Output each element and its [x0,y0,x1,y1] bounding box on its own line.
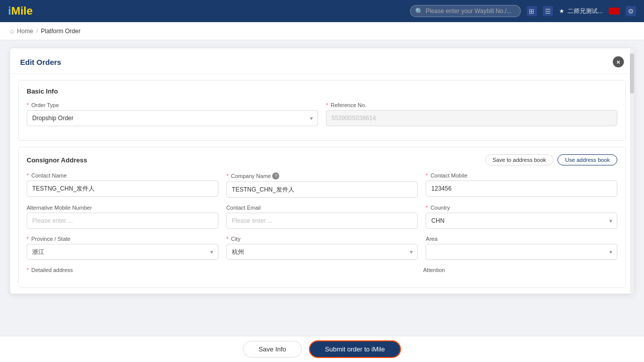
attention-label: Attention [423,267,617,273]
consignor-row-2: Alternative Mobile Number Contact Email … [27,205,617,229]
area-label: Area [426,236,617,242]
country-select[interactable]: CHN [426,213,617,229]
consignor-section: Consignor Address Save to address book U… [18,147,626,288]
search-icon: 🔍 [415,8,423,15]
address-book-buttons: Save to address book Use address book [485,154,617,165]
contact-name-input[interactable] [27,180,218,197]
company-name-help-icon[interactable]: ? [272,172,279,179]
contact-name-required: * [27,172,29,178]
contact-name-group: * Contact Name [27,172,218,198]
reference-required: * [326,102,328,108]
basic-info-title: Basic Info [27,87,617,95]
area-select-wrap: ▼ [426,244,617,260]
country-group: * Country CHN ▼ [426,205,617,229]
city-group: * City 杭州 ▼ [226,236,418,260]
province-required: * [27,236,29,242]
edit-orders-panel: Edit Orders × Basic Info * Order Type Dr… [10,48,634,294]
home-icon: ⌂ [10,27,14,35]
alt-mobile-group: Alternative Mobile Number [27,205,218,229]
main-content: Edit Orders × Basic Info * Order Type Dr… [0,40,644,362]
detailed-address-group: * Detailed address [27,267,415,273]
consignor-title: Consignor Address [27,156,87,164]
city-select[interactable]: 杭州 [226,244,418,260]
settings-icon[interactable]: ⚙ [626,6,636,16]
city-required: * [226,236,228,242]
alt-mobile-input[interactable] [27,213,218,229]
star-icon: ★ [559,8,565,15]
province-select[interactable]: 浙江 [27,244,218,260]
contact-mobile-group: * Contact Mobile [426,172,617,198]
breadcrumb-home[interactable]: Home [17,28,33,35]
detailed-address-label: * Detailed address [27,267,415,273]
attention-group: Attention [423,267,617,273]
logo-mile: Mile [11,5,33,17]
use-address-button[interactable]: Use address book [557,154,617,165]
basic-info-row: * Order Type Dropship Order ▼ * Referenc… [27,102,617,126]
user-name: 二师兄测试... [568,7,603,16]
order-type-required: * [27,102,29,108]
reference-no-input[interactable] [326,110,617,126]
alt-mobile-label: Alternative Mobile Number [27,205,218,211]
city-label: * City [226,236,418,242]
area-select[interactable] [426,244,617,260]
company-name-group: * Company Name ? [226,172,418,198]
area-group: Area ▼ [426,236,617,260]
header-right: 🔍 ⊞ ☰ ★ 二师兄测试... ⚙ [410,5,636,17]
menu-icon[interactable]: ☰ [543,6,553,16]
submit-order-button[interactable]: Submit order to iMile [309,340,401,358]
country-select-wrap: CHN ▼ [426,213,617,229]
app-header: iMile 🔍 ⊞ ☰ ★ 二师兄测试... ⚙ [0,0,644,22]
contact-email-label: Contact Email [226,205,418,211]
close-button[interactable]: × [613,56,624,67]
consignor-row-3: * Province / State 浙江 ▼ * City [27,236,617,260]
panel-header: Edit Orders × [10,48,634,74]
basic-info-section: Basic Info * Order Type Dropship Order ▼ [18,80,626,141]
consignor-row-1: * Contact Name * Company Name ? * [27,172,617,198]
province-label: * Province / State [27,236,218,242]
order-type-group: * Order Type Dropship Order ▼ [27,102,318,126]
order-type-label: * Order Type [27,102,318,108]
breadcrumb: ⌂ Home / Platform Order [0,22,644,40]
consignor-row-4: * Detailed address Attention [27,267,617,273]
language-flag[interactable] [609,8,620,15]
reference-no-label: * Reference No. [326,102,617,108]
contact-email-group: Contact Email [226,205,418,229]
save-address-button[interactable]: Save to address book [485,154,553,165]
user-menu[interactable]: ★ 二师兄测试... [559,7,603,16]
consignor-header-row: Consignor Address Save to address book U… [27,154,617,165]
scroll-thumb [630,53,634,94]
company-name-input[interactable] [226,182,418,198]
country-required: * [426,205,428,211]
search-bar-wrap: 🔍 [410,5,521,17]
search-input[interactable] [410,5,521,17]
city-select-wrap: 杭州 ▼ [226,244,418,260]
breadcrumb-sep: / [36,28,38,35]
contact-mobile-label: * Contact Mobile [426,172,617,178]
save-info-button[interactable]: Save Info [243,341,302,357]
reference-no-group: * Reference No. [326,102,617,126]
province-group: * Province / State 浙江 ▼ [27,236,218,260]
app-logo: iMile [8,5,33,18]
contact-name-label: * Contact Name [27,172,218,178]
notification-icon[interactable]: ⊞ [527,6,537,16]
order-type-select[interactable]: Dropship Order [27,110,318,126]
province-select-wrap: 浙江 ▼ [27,244,218,260]
country-label: * Country [426,205,617,211]
company-name-required: * [226,173,228,179]
company-name-label: * Company Name ? [226,172,418,179]
order-type-select-wrap: Dropship Order ▼ [27,110,318,126]
breadcrumb-current: Platform Order [41,28,80,35]
panel-title: Edit Orders [20,58,61,66]
scrollbar[interactable] [630,48,634,294]
detailed-address-required: * [27,267,29,273]
contact-email-input[interactable] [226,213,418,229]
footer-bar: Save Info Submit order to iMile [0,336,644,362]
contact-mobile-input[interactable] [426,180,617,197]
contact-mobile-required: * [426,172,428,178]
